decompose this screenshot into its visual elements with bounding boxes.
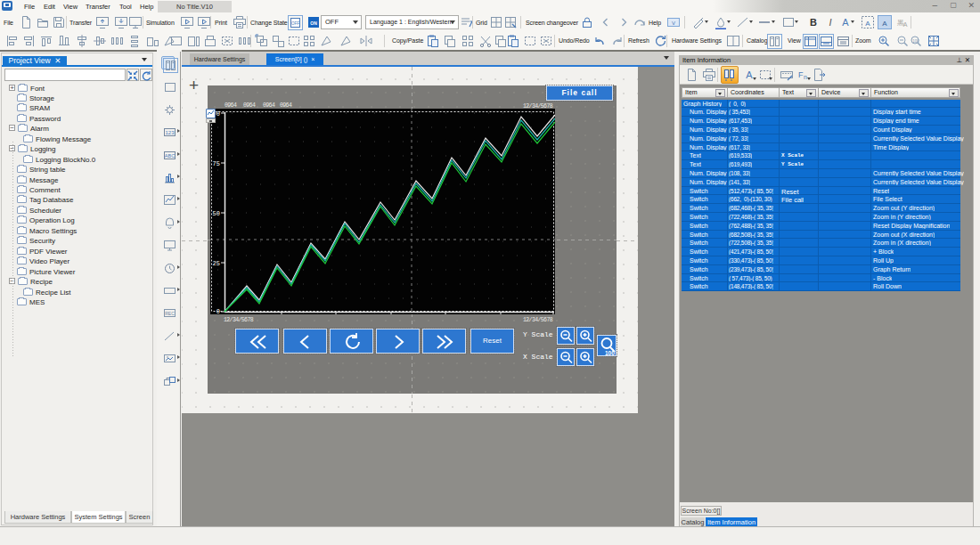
svg-text:A: A — [842, 17, 849, 28]
svg-text:A: A — [882, 20, 887, 28]
svg-text:0: 0 — [216, 308, 220, 315]
svg-text:75: 75 — [213, 160, 220, 167]
svg-text:123: 123 — [165, 130, 175, 135]
svg-text:B: B — [810, 17, 817, 28]
svg-text:25: 25 — [213, 260, 220, 267]
svg-text:ON: ON — [310, 20, 317, 26]
svg-text:V: V — [672, 20, 675, 26]
svg-text:A: A — [903, 21, 908, 28]
svg-text:OFF: OFF — [291, 21, 299, 26]
svg-text:I: I — [829, 17, 831, 28]
svg-text:100: 100 — [912, 39, 919, 44]
svg-text:50: 50 — [213, 210, 220, 217]
svg-text:100: 100 — [605, 350, 615, 356]
svg-text:REC: REC — [165, 311, 175, 316]
svg-text:ABC: ABC — [165, 153, 175, 159]
svg-text:A: A — [865, 20, 870, 28]
